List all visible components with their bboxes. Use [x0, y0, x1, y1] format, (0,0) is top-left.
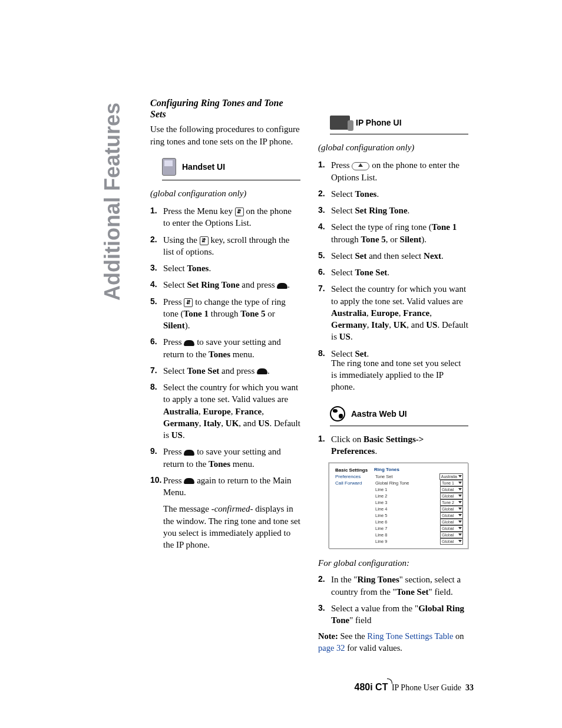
shot-row-dropdown[interactable]: Global [440, 486, 463, 493]
section-title: Configuring Ring Tones and Tone Sets [150, 97, 300, 120]
ipphone-steps: Press on the phone to enter the Options … [318, 159, 468, 393]
ip-step-8: Select Set. The ring tone and tone set y… [318, 348, 468, 393]
footer-model: 480i CT [355, 682, 390, 692]
link-ring-tone-table[interactable]: Ring Tone Settings Table [367, 631, 453, 641]
intro-text: Use the following procedures to configur… [150, 123, 300, 147]
handset-icon [162, 158, 176, 176]
ipphone-note: (global configuration only) [318, 141, 468, 153]
footer-text: IP Phone User Guide [389, 683, 461, 692]
web-steps-a: Click on Basic Settings-> Preferences. [318, 433, 468, 457]
step-4: Select Set Ring Tone and press . [150, 279, 300, 291]
link-page-32[interactable]: page 32 [318, 643, 345, 653]
shot-row-label: Line 7 [375, 526, 387, 531]
shot-row: Line 6Global [374, 519, 464, 525]
shot-row-dropdown[interactable]: Tone 2 [440, 499, 463, 506]
web-step-2: In the "Ring Tones" section, select a co… [318, 574, 468, 598]
side-tab-additional-features: Additional Features [100, 103, 125, 301]
web-ui-screenshot: Basic Settings Preferences Call Forward … [329, 463, 468, 549]
shot-row: Global Ring ToneTone 1 [374, 480, 464, 486]
shot-row: Tone SetAustralia [374, 473, 464, 480]
step-5: Press ⇵ to change the type of ring tone … [150, 296, 300, 332]
ip-step-8-tail: The ring tone and tone set you select is… [331, 357, 468, 393]
web-note: Note: See the Ring Tone Settings Table o… [318, 631, 468, 654]
shot-row-label: Line 6 [375, 519, 387, 525]
shot-row: Line 3Tone 2 [374, 499, 464, 506]
ip-step-7: Select the country for which you want to… [318, 283, 468, 342]
shot-side-item[interactable]: Preferences [333, 473, 369, 480]
shot-row: Line 9Global [374, 538, 464, 545]
menu-key-icon: ⇵ [235, 207, 244, 216]
ipphone-ui-label: IP Phone UI [356, 118, 402, 127]
shot-row-label: Line 8 [375, 532, 387, 538]
web-steps-b: In the "Ring Tones" section, select a co… [318, 574, 468, 626]
handset-confirm: The message -confirmed- displays in the … [150, 503, 300, 551]
handset-note: (global configuration only) [150, 187, 300, 199]
web-step-3: Select a value from the "Global Ring Ton… [318, 602, 468, 627]
step-8: Select the country for which you want to… [150, 381, 300, 441]
handset-steps: Press the Menu key ⇵ on the phone to ent… [150, 205, 300, 498]
ip-step-1: Press on the phone to enter the Options … [318, 159, 468, 183]
step-2: Using the ⇵ key, scroll through the list… [150, 234, 300, 258]
footer-page: 33 [465, 683, 474, 692]
shot-side-head: Basic Settings [333, 467, 369, 473]
up-key-icon [184, 478, 194, 484]
confirmed-text: -confirmed- [211, 504, 253, 513]
up-key-icon [277, 283, 287, 289]
shot-row-dropdown[interactable]: Global [440, 506, 463, 512]
shot-row-dropdown[interactable]: Global [440, 493, 463, 499]
shot-row-label: Tone Set [375, 474, 393, 479]
shot-row: Line 1Global [374, 486, 464, 493]
ip-step-4: Select the type of ring tone (Tone 1 thr… [318, 221, 468, 245]
global-config-head: For global configuration: [318, 557, 468, 569]
up-key-icon [184, 340, 194, 346]
shot-row: Line 5Global [374, 512, 464, 519]
shot-row-label: Line 9 [375, 539, 387, 544]
web-step-1: Click on Basic Settings-> Preferences. [318, 433, 468, 457]
page-footer: 480i CT IP Phone User Guide 33 [355, 682, 474, 693]
step-1: Press the Menu key ⇵ on the phone to ent… [150, 205, 300, 229]
step-7: Select Tone Set and press . [150, 365, 300, 377]
globe-icon [330, 406, 345, 421]
ip-step-3: Select Set Ring Tone. [318, 205, 468, 216]
up-key-icon [184, 450, 194, 456]
web-ui-block: Aastra Web UI [330, 406, 468, 426]
ip-step-2: Select Tones. [318, 188, 468, 200]
shot-row-dropdown[interactable]: Tone 1 [440, 480, 463, 486]
shot-row-label: Line 5 [375, 513, 387, 518]
shot-row-dropdown[interactable]: Global [440, 538, 463, 545]
shot-row: Line 2Global [374, 493, 464, 499]
shot-row-label: Line 1 [375, 487, 387, 492]
step-6: Press to save your setting and return to… [150, 336, 300, 360]
shot-row-label: Line 4 [375, 506, 387, 512]
shot-row-label: Line 3 [375, 500, 387, 505]
shot-row-dropdown[interactable]: Global [440, 532, 463, 538]
step-3: Select Tones. [150, 262, 300, 274]
shot-row: Line 8Global [374, 532, 464, 538]
handset-ui-label: Handset UI [182, 162, 225, 172]
step-9: Press to save your setting and return to… [150, 446, 300, 470]
menu-key-icon: ⇵ [200, 236, 209, 245]
shot-row-label: Global Ring Tone [375, 480, 409, 486]
shot-main-head: Ring Tones [374, 467, 464, 473]
shot-row-dropdown[interactable]: Global [440, 512, 463, 519]
shot-row: Line 4Global [374, 506, 464, 512]
shot-row-dropdown[interactable]: Global [440, 525, 463, 532]
shot-row-dropdown[interactable]: Australia [439, 473, 463, 480]
shot-row-label: Line 2 [375, 493, 387, 499]
shot-row-dropdown[interactable]: Global [440, 519, 463, 525]
menu-key-icon: ⇵ [184, 298, 193, 307]
ip-step-5: Select Set and then select Next. [318, 250, 468, 262]
ipphone-ui-block: IP Phone UI [330, 116, 468, 134]
web-ui-label: Aastra Web UI [351, 409, 407, 419]
ip-step-6: Select Tone Set. [318, 266, 468, 278]
shot-row: Line 7Global [374, 525, 464, 532]
options-key-icon [352, 162, 369, 170]
ipphone-icon [330, 116, 350, 130]
shot-side-item[interactable]: Call Forward [333, 480, 369, 486]
up-key-icon [257, 368, 267, 374]
handset-ui-block: Handset UI [162, 158, 300, 180]
step-10: Press again to return to the Main Menu. [150, 475, 300, 499]
